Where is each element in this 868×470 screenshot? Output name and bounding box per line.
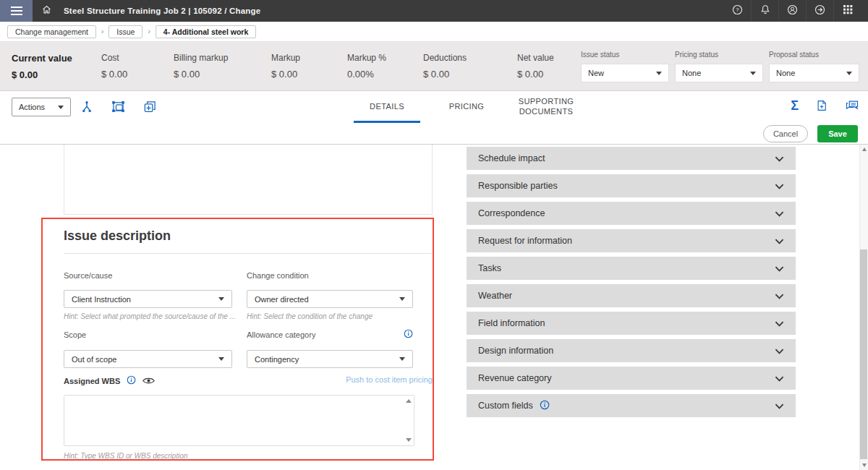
metric-deductions: Deductions $ 0.00 <box>423 42 517 90</box>
top-bar: Steel Structure Training Job 2 | 105092 … <box>0 0 868 22</box>
change-condition-hint: Hint: Select the condition of the change <box>247 312 373 320</box>
section-custom-fields[interactable]: Custom fields <box>467 394 796 417</box>
assigned-wbs-field <box>64 395 414 446</box>
tab-details[interactable]: DETAILS <box>347 91 427 123</box>
issue-status-select[interactable]: New <box>581 64 669 82</box>
apps-grid-icon <box>842 4 854 18</box>
hamburger-menu-button[interactable] <box>0 0 33 22</box>
push-to-cost-item-pricing-link[interactable]: Push to cost item pricing <box>247 375 433 384</box>
workflow-icon[interactable] <box>80 100 94 114</box>
section-correspondence[interactable]: Correspondence <box>467 202 796 225</box>
support-button[interactable] <box>778 0 806 22</box>
apps-button[interactable] <box>833 0 861 22</box>
support-agent-icon <box>786 4 799 19</box>
source-cause-select[interactable]: Client Instruction <box>64 290 232 308</box>
assigned-wbs-input[interactable] <box>64 395 414 446</box>
duplicate-icon[interactable] <box>142 100 157 114</box>
breadcrumb-separator <box>148 27 150 35</box>
topbar-actions: ? <box>723 0 861 22</box>
scrollbar-thumb[interactable] <box>860 249 867 459</box>
metric-net-value: Net value $ 0.00 <box>517 42 581 90</box>
help-button[interactable]: ? <box>723 0 751 22</box>
metric-current-value: Current value $ 0.00 <box>12 42 101 90</box>
description-box-partial[interactable] <box>64 145 433 215</box>
assigned-wbs-hint: Hint: Type WBS ID or WBS description <box>64 452 188 460</box>
title-divider <box>64 253 433 254</box>
scrollbar-down-icon[interactable] <box>862 463 867 467</box>
details-sidebar: Schedule impact Responsible parties Corr… <box>467 147 796 422</box>
breadcrumb: Change management Issue 4- Additional st… <box>0 22 868 42</box>
add-note-icon[interactable] <box>815 99 828 112</box>
section-schedule-impact[interactable]: Schedule impact <box>467 147 796 170</box>
dropdown-caret-icon <box>846 72 852 75</box>
chevron-down-icon <box>775 372 784 385</box>
chevron-down-icon <box>775 317 784 330</box>
actions-button[interactable]: Actions <box>12 98 71 116</box>
info-icon[interactable] <box>540 400 550 412</box>
save-button[interactable]: Save <box>817 125 858 142</box>
chevron-down-icon <box>775 152 784 165</box>
breadcrumb-change-management[interactable]: Change management <box>7 25 96 38</box>
markup-frame-icon[interactable] <box>111 99 126 114</box>
pricing-status-select[interactable]: None <box>675 64 763 82</box>
section-request-for-information[interactable]: Request for information <box>467 229 796 252</box>
allowance-category-label: Allowance category <box>247 330 315 339</box>
section-design-information[interactable]: Design information <box>467 339 796 362</box>
chevron-down-icon <box>775 399 784 412</box>
tab-bar: DETAILS PRICING SUPPORTING DOCUMENTS <box>347 91 586 123</box>
dropdown-caret-icon <box>218 297 224 301</box>
vertical-scrollbar[interactable] <box>859 145 868 470</box>
breadcrumb-issue[interactable]: Issue <box>109 25 142 38</box>
issue-status-group: Issue status New <box>581 42 675 90</box>
toolbar-left-icons <box>80 99 157 114</box>
app-title: Steel Structure Training Job 2 | 105092 … <box>64 7 260 15</box>
source-cause-label: Source/cause <box>64 271 112 280</box>
dropdown-caret-icon <box>58 106 64 109</box>
proposal-status-select[interactable]: None <box>769 64 859 82</box>
metric-cost: Cost $ 0.00 <box>101 42 174 90</box>
metric-billing-markup: Billing markup $ 0.00 <box>174 42 271 90</box>
notifications-button[interactable] <box>751 0 778 22</box>
pricing-status-group: Pricing status None <box>675 42 769 90</box>
info-icon[interactable] <box>127 375 136 388</box>
allowance-category-select[interactable]: Contingency <box>247 350 413 368</box>
toolbar: Actions DETAILS PRICING SUPPORTING DOCUM… <box>0 91 868 123</box>
eye-icon[interactable] <box>142 375 155 388</box>
chevron-down-icon <box>775 179 784 192</box>
metric-markup-percent: Markup % 0.00% <box>347 42 423 90</box>
breadcrumb-separator <box>101 27 103 35</box>
main-content: Issue description Source/cause Change co… <box>0 145 868 470</box>
dropdown-caret-icon <box>218 357 224 361</box>
help-icon: ? <box>731 4 744 19</box>
bell-icon <box>760 4 771 18</box>
comments-icon[interactable] <box>845 98 859 113</box>
section-weather[interactable]: Weather <box>467 284 796 307</box>
issue-description-title: Issue description <box>64 228 171 244</box>
sum-sigma-icon[interactable]: Σ <box>791 99 799 112</box>
home-icon <box>41 4 52 18</box>
info-icon[interactable] <box>404 328 413 341</box>
assigned-wbs-label: Assigned WBS <box>64 377 120 385</box>
section-revenue-category[interactable]: Revenue category <box>467 367 796 390</box>
change-condition-select[interactable]: Owner directed <box>247 290 413 308</box>
cancel-button[interactable]: Cancel <box>763 125 808 142</box>
scrollbar-up-icon[interactable] <box>862 148 867 151</box>
section-field-information[interactable]: Field information <box>467 312 796 335</box>
allowance-category-label-row: Allowance category <box>247 328 413 341</box>
home-button[interactable] <box>41 4 52 18</box>
metric-markup: Markup $ 0.00 <box>271 42 347 90</box>
scope-label: Scope <box>64 330 86 339</box>
summary-band: Current value $ 0.00 Cost $ 0.00 Billing… <box>0 42 868 91</box>
section-responsible-parties[interactable]: Responsible parties <box>467 174 796 197</box>
chevron-down-icon <box>775 289 784 302</box>
dropdown-caret-icon <box>399 297 405 301</box>
dropdown-caret-icon <box>656 72 662 75</box>
scope-select[interactable]: Out of scope <box>64 350 232 368</box>
launch-button[interactable] <box>806 0 833 22</box>
tab-supporting-documents[interactable]: SUPPORTING DOCUMENTS <box>506 91 586 123</box>
breadcrumb-current-item[interactable]: 4- Additional steel work <box>156 25 256 38</box>
tab-pricing[interactable]: PRICING <box>427 91 506 123</box>
arrow-circle-icon <box>814 4 826 19</box>
section-tasks[interactable]: Tasks <box>467 257 796 280</box>
toolbar-right-icons: Σ <box>791 98 859 113</box>
